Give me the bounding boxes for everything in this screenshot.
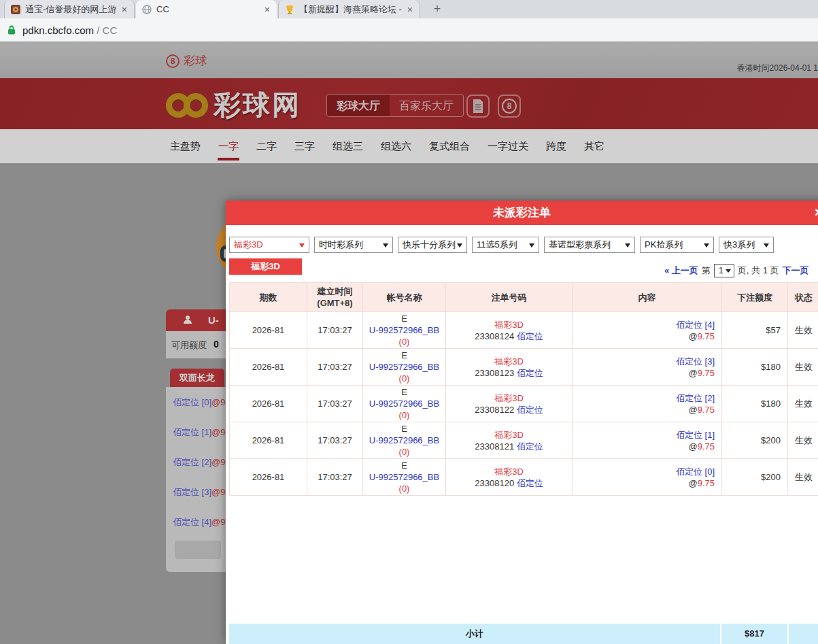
filter-11xuan5[interactable]: 11选5系列 <box>472 237 539 253</box>
filter-kuaileshifen[interactable]: 快乐十分系列 <box>398 237 467 253</box>
browser-tab-1[interactable]: 通宝-信誉最好的网上游戏平 × <box>4 0 135 18</box>
cell-status: 生效 <box>788 386 818 422</box>
cell-content: 佰定位 [2]@9.75 <box>573 386 722 422</box>
ticket-type-link[interactable]: 佰定位 <box>517 368 543 378</box>
cell-created: 17:03:27 <box>307 422 363 459</box>
filter-shishicai[interactable]: 时时彩系列 <box>314 237 393 253</box>
tab-close-icon[interactable]: × <box>120 4 129 15</box>
globe-icon <box>141 4 152 15</box>
browser-tabstrip: 通宝-信誉最好的网上游戏平 × CC × 【新提醒】海燕策略论坛 - 海 × + <box>0 0 818 18</box>
close-icon[interactable]: × <box>815 204 818 220</box>
ticket-type-link[interactable]: 佰定位 <box>517 405 543 415</box>
col-created: 建立时间 (GMT+8) <box>307 283 363 312</box>
cell-account: EU-992572966_BB(0) <box>363 386 446 422</box>
cell-period: 2026-81 <box>230 422 307 459</box>
series-filters: 福彩3D 时时彩系列 快乐十分系列 11选5系列 基诺型彩票系列 PK拾系列 快… <box>229 237 774 253</box>
subtotal-value: $817 <box>721 624 787 644</box>
browser-tab-3[interactable]: 【新提醒】海燕策略论坛 - 海 × <box>278 0 420 18</box>
new-tab-button[interactable]: + <box>428 1 446 17</box>
content-link[interactable]: 佰定位 [2] <box>676 393 715 403</box>
cell-account: EU-992572966_BB(0) <box>363 422 446 459</box>
col-amount: 下注额度 <box>722 283 788 312</box>
screen: 通宝-信誉最好的网上游戏平 × CC × 【新提醒】海燕策略论坛 - 海 × +… <box>0 0 818 644</box>
prev-page-link[interactable]: « 上一页 <box>664 265 698 277</box>
cell-content: 佰定位 [4]@9.75 <box>573 312 722 349</box>
cell-created: 17:03:27 <box>307 459 363 496</box>
cell-amount: $57 <box>722 312 788 349</box>
lock-icon <box>7 24 16 35</box>
filter-keno[interactable]: 基诺型彩票系列 <box>544 237 635 253</box>
col-content: 内容 <box>573 283 722 312</box>
subtotal-row: 小计 $817 <box>229 624 818 644</box>
account-link[interactable]: U-992572966_BB <box>369 362 439 372</box>
url-text: pdkn.cbcfo.com / CC <box>22 24 117 36</box>
col-period: 期数 <box>230 283 307 312</box>
active-game-button[interactable]: 福彩3D <box>229 258 302 275</box>
cell-account: EU-992572966_BB(0) <box>363 349 446 386</box>
cell-period: 2026-81 <box>230 312 307 349</box>
url-host: pdkn.cbcfo.com <box>22 24 94 36</box>
filter-kuai3[interactable]: 快3系列 <box>719 237 774 253</box>
unsettled-bets-modal: 未派彩注单 × 福彩3D 时时彩系列 快乐十分系列 11选5系列 基诺型彩票系列… <box>226 201 818 644</box>
tongbao-icon <box>10 4 21 15</box>
pagination: « 上一页 第 1 页, 共 1 页 下一页 <box>664 264 809 277</box>
tab-title: 通宝-信誉最好的网上游戏平 <box>25 3 116 16</box>
subtotal-label: 小计 <box>229 624 720 644</box>
cell-period: 2026-81 <box>230 459 307 496</box>
cell-ticket: 福彩3D23308121 佰定位 <box>446 422 573 459</box>
col-account: 帐号名称 <box>363 283 446 312</box>
cell-ticket: 福彩3D23308124 佰定位 <box>446 312 573 349</box>
browser-tab-2[interactable]: CC × <box>136 0 277 18</box>
table-row: 2026-81 17:03:27 EU-992572966_BB(0) 福彩3D… <box>230 459 818 496</box>
cell-period: 2026-81 <box>230 386 307 422</box>
cell-content: 佰定位 [0]@9.75 <box>573 459 722 496</box>
cell-status: 生效 <box>788 349 818 386</box>
tab-close-icon[interactable]: × <box>406 4 414 15</box>
filter-fucai3d[interactable]: 福彩3D <box>229 237 309 253</box>
cell-created: 17:03:27 <box>307 386 363 422</box>
page-select[interactable]: 1 <box>714 264 734 277</box>
trophy-icon <box>284 4 295 15</box>
cell-amount: $180 <box>722 349 788 386</box>
url-path: / CC <box>94 24 117 36</box>
tab-title: CC <box>156 4 259 14</box>
subtotal-spacer <box>789 624 818 644</box>
cell-status: 生效 <box>788 312 818 349</box>
cell-content: 佰定位 [1]@9.75 <box>573 422 722 459</box>
table-row: 2026-81 17:03:27 EU-992572966_BB(0) 福彩3D… <box>230 422 818 459</box>
cell-amount: $200 <box>722 422 788 459</box>
table-row: 2026-81 17:03:27 EU-992572966_BB(0) 福彩3D… <box>230 386 818 422</box>
bets-table: 期数 建立时间 (GMT+8) 帐号名称 注单号码 内容 下注额度 状态 202… <box>229 282 818 496</box>
cell-amount: $180 <box>722 386 788 422</box>
content-link[interactable]: 佰定位 [0] <box>676 467 715 477</box>
cell-account: EU-992572966_BB(0) <box>363 312 446 349</box>
content-link[interactable]: 佰定位 [1] <box>676 430 715 440</box>
next-page-link[interactable]: 下一页 <box>783 265 809 277</box>
table-row: 2026-81 17:03:27 EU-992572966_BB(0) 福彩3D… <box>230 349 818 386</box>
cell-amount: $200 <box>722 459 788 496</box>
filter-pk10[interactable]: PK拾系列 <box>640 237 714 253</box>
cell-period: 2026-81 <box>230 349 307 386</box>
cell-ticket: 福彩3D23308120 佰定位 <box>446 459 573 496</box>
cell-created: 17:03:27 <box>307 349 363 386</box>
col-ticket: 注单号码 <box>446 283 573 312</box>
modal-header: 未派彩注单 × <box>226 201 818 225</box>
account-link[interactable]: U-992572966_BB <box>369 399 439 409</box>
cell-created: 17:03:27 <box>307 312 363 349</box>
browser-urlbar[interactable]: pdkn.cbcfo.com / CC <box>0 18 818 43</box>
table-header-row: 期数 建立时间 (GMT+8) 帐号名称 注单号码 内容 下注额度 状态 <box>230 283 818 312</box>
ticket-type-link[interactable]: 佰定位 <box>517 441 543 452</box>
content-link[interactable]: 佰定位 [3] <box>676 356 715 367</box>
ticket-type-link[interactable]: 佰定位 <box>517 478 543 488</box>
account-link[interactable]: U-992572966_BB <box>369 435 439 445</box>
tab-title: 【新提醒】海燕策略论坛 - 海 <box>299 3 402 16</box>
tab-close-icon[interactable]: × <box>263 4 271 15</box>
cell-status: 生效 <box>788 459 818 496</box>
account-link[interactable]: U-992572966_BB <box>369 472 439 482</box>
account-link[interactable]: U-992572966_BB <box>369 325 439 335</box>
ticket-type-link[interactable]: 佰定位 <box>517 331 543 341</box>
content-link[interactable]: 佰定位 [4] <box>676 320 715 330</box>
cell-ticket: 福彩3D23308123 佰定位 <box>446 349 573 386</box>
modal-title: 未派彩注单 <box>226 201 818 225</box>
cell-account: EU-992572966_BB(0) <box>363 459 446 496</box>
